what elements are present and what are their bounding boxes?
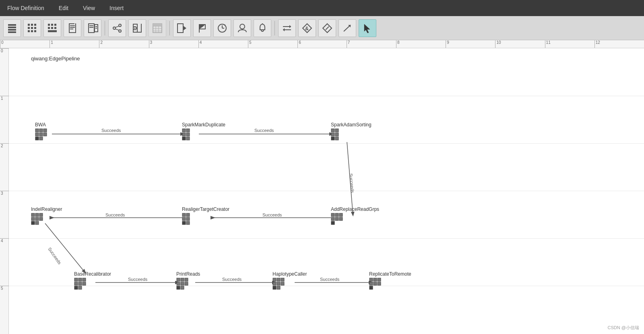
toolbar-user-btn[interactable]: [233, 19, 251, 37]
menu-flow-definition[interactable]: Flow Definition: [5, 3, 47, 13]
node-haplotypecaller[interactable]: HaplotypeCaller: [272, 271, 307, 292]
svg-marker-68: [289, 25, 291, 28]
ruler-tick-0: 0: [0, 40, 4, 48]
node-sparkmarkduplicate[interactable]: SparkMarkDuplicate: [182, 122, 225, 143]
svg-rect-93: [39, 133, 43, 136]
toolbar-bell-btn[interactable]: [254, 19, 271, 37]
svg-rect-19: [48, 30, 57, 32]
svg-rect-150: [277, 282, 280, 285]
node-printreads[interactable]: PrintReads: [176, 271, 200, 292]
toolbar-arrow-upright-btn[interactable]: [339, 19, 356, 37]
canvas-area[interactable]: 012345 qiwang:EdgePipeline: [0, 48, 644, 334]
node-baserecalibrator[interactable]: BaseRecalibrator: [74, 271, 111, 292]
svg-rect-127: [335, 217, 339, 221]
toolbar-clock-btn[interactable]: [213, 19, 231, 37]
node-ir-icon: [31, 213, 49, 227]
svg-rect-138: [177, 278, 180, 281]
toolbar-grid1-btn[interactable]: [23, 19, 41, 37]
svg-rect-90: [39, 129, 43, 132]
toolbar-flag-btn[interactable]: [193, 19, 211, 37]
toolbar-and-btn[interactable]: &: [298, 19, 316, 37]
svg-rect-34: [95, 26, 97, 27]
watermark: CSDN @小信瑞: [608, 325, 639, 331]
svg-marker-59: [199, 25, 205, 29]
ruler-tick-5: 5: [248, 40, 252, 48]
toolbar-export-btn[interactable]: [173, 19, 191, 37]
svg-rect-20: [69, 23, 74, 24]
toolbar-list-btn[interactable]: [3, 19, 21, 37]
svg-rect-2: [8, 29, 16, 31]
toolbar-doc-btn[interactable]: [64, 19, 81, 37]
svg-rect-148: [281, 278, 284, 281]
node-hc-icon: [272, 278, 290, 292]
grid-line-h1: [9, 96, 644, 96]
svg-rect-145: [181, 286, 184, 289]
node-bwa[interactable]: BWA: [35, 122, 53, 143]
svg-rect-125: [339, 213, 343, 216]
node-addreplacergs[interactable]: AddReplaceReadGrps: [331, 206, 379, 227]
flow-canvas[interactable]: qiwang:EdgePipeline: [9, 48, 644, 334]
svg-rect-131: [78, 278, 82, 281]
horizontal-ruler: 012345678910111213: [0, 40, 644, 48]
svg-rect-159: [378, 282, 381, 285]
toolbar-map-btn[interactable]: [128, 19, 146, 37]
node-replicatetoremote[interactable]: ReplicateToRemote: [369, 271, 411, 292]
svg-rect-124: [335, 213, 339, 216]
separator-1: [105, 21, 105, 35]
svg-point-36: [113, 27, 116, 29]
grid-line-h3: [9, 191, 644, 191]
toolbar-share-btn[interactable]: [108, 19, 126, 37]
svg-rect-103: [331, 129, 334, 132]
svg-rect-128: [339, 217, 343, 221]
menu-insert[interactable]: Insert: [107, 3, 126, 13]
menu-edit[interactable]: Edit: [56, 3, 71, 13]
svg-rect-49: [153, 24, 162, 26]
toolbar-table-btn[interactable]: [149, 19, 166, 37]
node-sparkadamsorting[interactable]: SparkAdamSorting: [331, 122, 372, 143]
svg-rect-142: [181, 282, 184, 285]
svg-rect-119: [182, 217, 186, 221]
svg-rect-0: [8, 24, 16, 26]
pipeline-label: qiwang:EdgePipeline: [31, 56, 80, 62]
svg-rect-95: [35, 137, 39, 140]
svg-rect-135: [83, 282, 86, 285]
svg-rect-117: [182, 213, 186, 216]
svg-rect-96: [39, 137, 43, 140]
svg-rect-5: [31, 24, 33, 26]
node-sas-icon: [331, 128, 349, 143]
svg-rect-102: [186, 137, 190, 140]
svg-rect-146: [273, 278, 276, 281]
svg-rect-104: [335, 129, 339, 132]
ruler-tick-11: 11: [545, 40, 551, 48]
toolbar-grid2-btn[interactable]: [43, 19, 61, 37]
svg-rect-153: [277, 286, 280, 289]
svg-rect-45: [137, 24, 138, 33]
svg-rect-24: [70, 25, 75, 26]
ruler-tick-3: 3: [149, 40, 153, 48]
svg-rect-23: [75, 23, 76, 33]
svg-rect-100: [186, 133, 190, 136]
row-tick-3: 3: [0, 191, 9, 196]
svg-rect-134: [78, 282, 82, 285]
svg-rect-97: [182, 129, 186, 132]
toolbar-cursor-btn[interactable]: [359, 19, 376, 37]
arrow-label-hc-rtr: Succeeds: [320, 277, 339, 282]
menu-view[interactable]: View: [80, 3, 97, 13]
arrow-label-pr-hc: Succeeds: [222, 277, 242, 282]
toolbar-swap-btn[interactable]: [278, 19, 296, 37]
svg-rect-16: [48, 27, 50, 29]
svg-rect-106: [335, 133, 339, 136]
svg-rect-139: [181, 278, 184, 281]
grid-line-h4: [9, 238, 644, 239]
svg-rect-152: [273, 286, 276, 289]
node-rtc-icon: [182, 213, 200, 227]
svg-rect-29: [88, 32, 95, 33]
node-realigertar[interactable]: RealigerTargetCreator: [182, 206, 229, 227]
svg-rect-154: [369, 278, 373, 281]
toolbar-diamond-btn[interactable]: [318, 19, 336, 37]
svg-rect-9: [34, 27, 36, 29]
toolbar-doc2-btn[interactable]: [84, 19, 101, 37]
node-rtr-label: ReplicateToRemote: [369, 271, 411, 277]
svg-line-40: [116, 29, 119, 30]
node-indelrealigner[interactable]: IndelRealigner: [31, 206, 62, 227]
